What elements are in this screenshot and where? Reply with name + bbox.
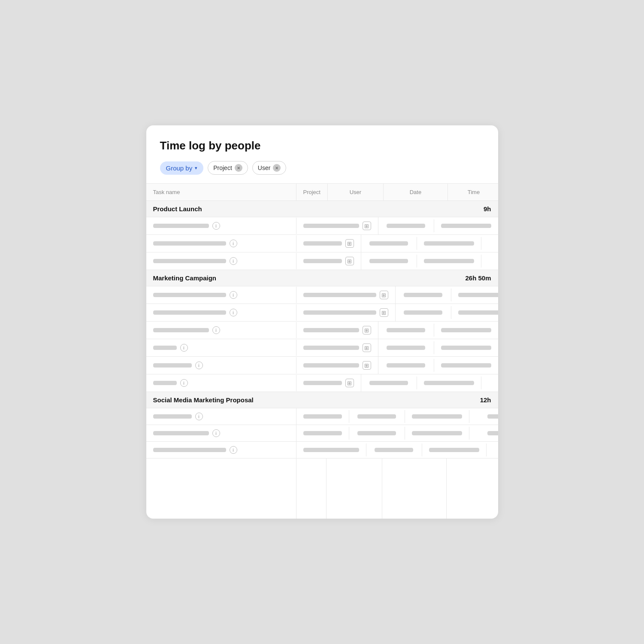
group-by-label: Group by (166, 164, 193, 172)
group-name-social-media: Social Media Marketing Proposal (146, 392, 296, 408)
cell-date (434, 324, 498, 337)
skeleton-date (424, 381, 474, 385)
empty-cell (447, 459, 498, 519)
cell-date (417, 255, 481, 267)
group-by-button[interactable]: Group by ▾ (160, 161, 204, 175)
info-icon[interactable]: i (230, 240, 237, 247)
table: Task name Project User Date Time Product… (146, 183, 498, 519)
cell-date (405, 410, 469, 423)
cell-date (417, 237, 481, 250)
group-header-product-launch: Product Launch 9h (146, 201, 498, 217)
filter-user-close-icon[interactable]: ✕ (273, 164, 281, 172)
skeleton-user (404, 293, 442, 297)
skeleton-task (153, 293, 226, 297)
table-row: i (146, 425, 498, 442)
skeleton-date (424, 259, 474, 263)
filter-project-close-icon[interactable]: ✕ (235, 164, 242, 172)
add-icon[interactable]: ⊞ (345, 379, 354, 387)
table-row: i ⊞ (146, 322, 498, 339)
info-icon[interactable]: i (230, 309, 237, 316)
skeleton-task (153, 414, 192, 419)
cell-time (481, 237, 498, 250)
info-icon[interactable]: i (230, 257, 237, 265)
filter-chip-user[interactable]: User ✕ (252, 161, 287, 175)
skeleton-task (153, 431, 209, 435)
empty-cell (382, 459, 447, 519)
cell-time (481, 255, 498, 267)
cell-task: i (146, 218, 296, 234)
cell-project: ⊞ (296, 217, 378, 234)
cell-task: i (146, 425, 296, 441)
cell-user (361, 255, 417, 267)
cell-task: i (146, 442, 296, 458)
add-icon[interactable]: ⊞ (363, 222, 371, 230)
info-icon[interactable]: i (230, 291, 237, 299)
cell-user (378, 324, 434, 337)
filter-chip-project[interactable]: Project ✕ (208, 161, 248, 175)
cell-user (361, 377, 417, 389)
cell-project: ⊞ (296, 252, 361, 270)
skeleton-user (369, 241, 408, 246)
skeleton-date (429, 448, 479, 452)
skeleton-project (303, 448, 359, 452)
add-icon[interactable]: ⊞ (380, 308, 388, 317)
info-icon[interactable]: i (195, 413, 203, 420)
add-icon[interactable]: ⊞ (345, 257, 354, 265)
cell-task: i (146, 253, 296, 269)
cell-task: i (146, 340, 296, 356)
table-row: i ⊞ (146, 357, 498, 374)
skeleton-user (387, 346, 425, 350)
skeleton-project (303, 224, 359, 228)
skeleton-user (387, 328, 425, 332)
group-total-marketing-campaign: 26h 50m (447, 270, 498, 286)
cell-task: i (146, 322, 296, 338)
add-icon[interactable]: ⊞ (380, 291, 388, 299)
empty-cell (146, 459, 296, 519)
cell-project: ⊞ (296, 304, 396, 321)
page-title: Time log by people (160, 139, 484, 152)
add-icon[interactable]: ⊞ (345, 239, 354, 248)
cell-project: ⊞ (296, 322, 378, 339)
skeleton-user (404, 310, 442, 315)
skeleton-date (441, 363, 491, 368)
cell-project: ⊞ (296, 286, 396, 304)
table-row: i ⊞ (146, 339, 498, 357)
skeleton-date (412, 414, 462, 419)
cell-user (361, 237, 417, 250)
skeleton-project (303, 346, 359, 350)
cell-time (469, 410, 498, 423)
cell-task: i (146, 375, 296, 391)
cell-date (451, 306, 498, 319)
skeleton-task (153, 328, 209, 332)
chevron-down-icon: ▾ (195, 165, 197, 171)
skeleton-date (441, 346, 491, 350)
info-icon[interactable]: i (180, 344, 188, 352)
cell-project (296, 444, 366, 456)
skeleton-project (303, 328, 359, 332)
cell-date (405, 427, 469, 440)
main-card: Time log by people Group by ▾ Project ✕ … (146, 125, 498, 519)
cell-task: i (146, 357, 296, 374)
table-row: i (146, 442, 498, 459)
info-icon[interactable]: i (212, 429, 220, 437)
info-icon[interactable]: i (212, 222, 220, 230)
table-row: i ⊞ (146, 217, 498, 235)
add-icon[interactable]: ⊞ (363, 326, 371, 334)
info-icon[interactable]: i (180, 379, 188, 387)
group-header-social-media: Social Media Marketing Proposal 12h (146, 392, 498, 408)
col-date: Date (384, 184, 448, 200)
skeleton-task (153, 448, 226, 452)
skeleton-user (375, 448, 413, 452)
skeleton-user (357, 414, 396, 419)
cell-user (378, 359, 434, 372)
group-total-social-media: 12h (447, 392, 498, 408)
toolbar: Group by ▾ Project ✕ User ✕ (160, 161, 484, 175)
skeleton-user (369, 259, 408, 263)
add-icon[interactable]: ⊞ (363, 361, 371, 370)
cell-task: i (146, 304, 296, 321)
cell-project: ⊞ (296, 235, 361, 252)
add-icon[interactable]: ⊞ (363, 343, 371, 352)
info-icon[interactable]: i (230, 446, 237, 454)
info-icon[interactable]: i (195, 361, 203, 369)
info-icon[interactable]: i (212, 326, 220, 334)
